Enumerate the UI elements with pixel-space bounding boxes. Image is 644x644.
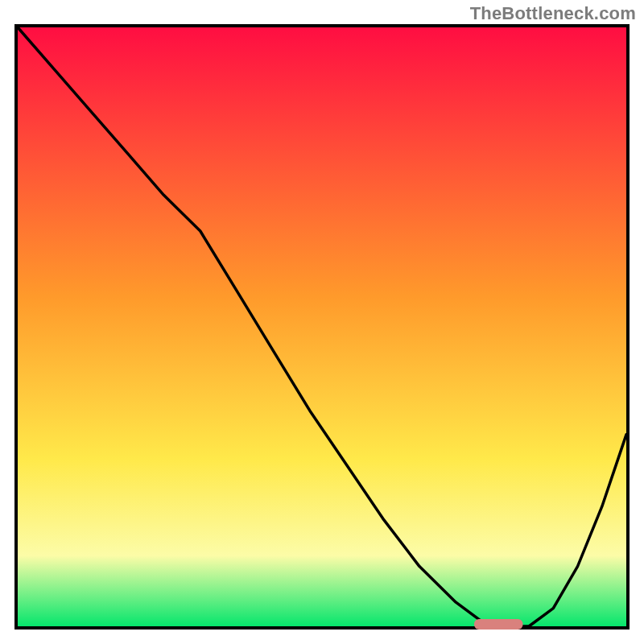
watermark-text: TheBottleneck.com: [470, 3, 636, 24]
chart-container: TheBottleneck.com: [0, 0, 644, 644]
optimum-marker: [474, 619, 523, 630]
gradient-background: [16, 26, 628, 628]
bottleneck-chart: [14, 24, 630, 630]
